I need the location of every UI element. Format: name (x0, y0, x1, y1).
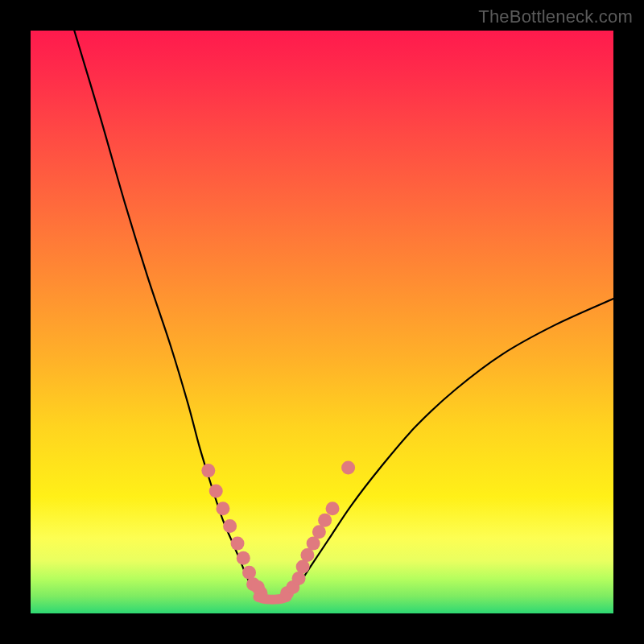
data-point (312, 525, 326, 539)
curve-layer (74, 31, 613, 600)
data-point (237, 551, 250, 565)
data-point (231, 537, 245, 551)
bottleneck-curve (74, 31, 613, 600)
dot-layer (201, 461, 355, 601)
data-point (209, 484, 223, 497)
data-point (318, 514, 332, 527)
data-point (201, 464, 215, 477)
data-point (300, 548, 314, 562)
data-point (223, 519, 237, 533)
data-point (251, 580, 265, 594)
data-point (242, 566, 256, 580)
data-point (326, 502, 340, 515)
data-point (307, 537, 320, 551)
chart-stage: TheBottleneck.com (0, 0, 644, 644)
data-point (341, 461, 355, 475)
chart-svg (31, 31, 613, 613)
watermark-text: TheBottleneck.com (478, 6, 633, 27)
data-point (296, 560, 310, 574)
data-point (292, 572, 306, 585)
plot-area (31, 31, 613, 613)
data-point (216, 502, 229, 515)
